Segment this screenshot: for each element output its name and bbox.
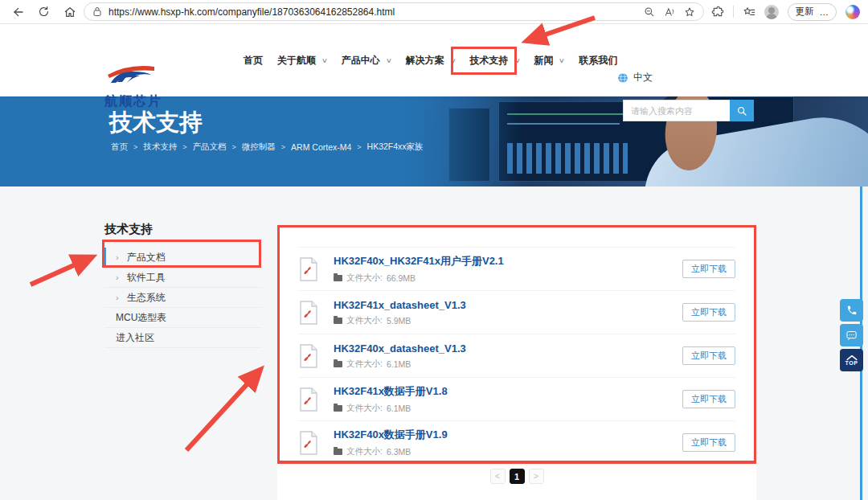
chevron-down-icon: ∨ bbox=[321, 57, 328, 64]
read-aloud-icon[interactable] bbox=[664, 6, 675, 18]
file-size-label: 文件大小: bbox=[346, 446, 383, 457]
pagination-prev[interactable]: < bbox=[490, 469, 506, 484]
refresh-icon[interactable] bbox=[38, 6, 50, 18]
file-size-value: 6.3MB bbox=[387, 447, 411, 457]
download-button[interactable]: 立即下载 bbox=[682, 260, 735, 278]
sidebar-item-community[interactable]: 进入社区 bbox=[104, 328, 262, 348]
chevron-down-icon: ∨ bbox=[514, 57, 520, 64]
file-title-link[interactable]: HK32F40x数据手册V1.9 bbox=[334, 428, 682, 442]
search-bar bbox=[623, 100, 754, 121]
phone-icon bbox=[846, 305, 858, 316]
chevron-down-icon: ∨ bbox=[450, 57, 457, 64]
sidebar-item-ecosystem[interactable]: › 生态系统 bbox=[104, 288, 262, 308]
top-label: TOP bbox=[845, 360, 858, 366]
file-meta: 文件大小: 66.9MB bbox=[334, 273, 682, 284]
file-size-label: 文件大小: bbox=[346, 273, 383, 284]
breadcrumb-cortex[interactable]: ARM Cortex-M4 bbox=[291, 142, 351, 152]
search-icon bbox=[736, 105, 747, 117]
sidebar-item-software-tools[interactable]: › 软件工具 bbox=[104, 268, 262, 288]
folder-icon bbox=[334, 318, 342, 324]
sidebar-item-label: 软件工具 bbox=[127, 271, 166, 285]
sidebar-title: 技术支持 bbox=[104, 222, 262, 237]
pdf-icon bbox=[298, 387, 319, 412]
download-button[interactable]: 立即下载 bbox=[682, 346, 735, 365]
folder-icon bbox=[334, 449, 342, 455]
download-button[interactable]: 立即下载 bbox=[682, 390, 735, 408]
search-input[interactable] bbox=[623, 100, 730, 121]
phone-button[interactable] bbox=[840, 299, 863, 322]
nav-home[interactable]: 首页 bbox=[244, 54, 263, 68]
site-logo[interactable]: 航顺芯片 bbox=[104, 65, 162, 110]
pdf-icon bbox=[298, 344, 319, 368]
file-title-link[interactable]: HK32F41x_datasheet_V1.3 bbox=[334, 299, 682, 311]
breadcrumb-separator: > bbox=[281, 143, 285, 151]
chat-button[interactable] bbox=[840, 324, 863, 346]
file-meta: 文件大小: 5.9MB bbox=[334, 315, 682, 326]
pdf-icon bbox=[298, 301, 319, 325]
update-button[interactable]: 更新 … bbox=[788, 3, 837, 21]
breadcrumb-support[interactable]: 技术支持 bbox=[143, 141, 177, 153]
logo-text: 航顺芯片 bbox=[104, 93, 162, 110]
profile-avatar[interactable] bbox=[764, 5, 779, 19]
language-label: 中文 bbox=[633, 71, 653, 84]
file-row: HK32F40x_HK32F41x用户手册V2.1 文件大小: 66.9MB 立… bbox=[298, 247, 735, 290]
download-button[interactable]: 立即下载 bbox=[682, 303, 735, 322]
breadcrumb: 首页 > 技术支持 > 产品文档 > 微控制器 > ARM Cortex-M4 … bbox=[111, 141, 424, 153]
language-switch[interactable]: 中文 bbox=[617, 71, 653, 84]
url-text: https://www.hsxp-hk.com/companyfile/1870… bbox=[108, 6, 637, 18]
file-row: HK32F40x数据手册V1.9 文件大小: 6.3MB 立即下载 bbox=[298, 420, 735, 464]
home-icon[interactable] bbox=[63, 6, 76, 18]
chevron-right-icon: › bbox=[116, 273, 119, 282]
breadcrumb-docs[interactable]: 产品文档 bbox=[193, 141, 227, 153]
divider bbox=[733, 6, 734, 18]
chevron-right-icon: › bbox=[116, 293, 119, 302]
chat-icon bbox=[845, 330, 858, 342]
pagination: < 1 > bbox=[277, 469, 756, 484]
nav-products[interactable]: 产品中心∨ bbox=[342, 54, 391, 68]
back-to-top-button[interactable]: TOP bbox=[840, 349, 863, 371]
file-title-link[interactable]: HK32F40x_datasheet_V1.3 bbox=[334, 342, 682, 355]
chevron-down-icon: ∨ bbox=[386, 57, 392, 64]
logo-mark bbox=[104, 65, 158, 89]
download-button[interactable]: 立即下载 bbox=[682, 433, 735, 452]
sidebar: 技术支持 › 产品文档 › 软件工具 › 生态系统 MCU选型表 进入社区 bbox=[104, 222, 262, 348]
file-size-value: 5.9MB bbox=[387, 316, 411, 326]
search-button[interactable] bbox=[730, 100, 754, 121]
file-title-link[interactable]: HK32F40x_HK32F41x用户手册V2.1 bbox=[334, 254, 682, 268]
sidebar-item-label: 产品文档 bbox=[127, 251, 166, 264]
file-size-value: 6.1MB bbox=[387, 359, 411, 369]
more-menu-icon[interactable]: … bbox=[820, 7, 829, 17]
file-meta: 文件大小: 6.1MB bbox=[334, 403, 682, 414]
globe-icon bbox=[617, 72, 628, 84]
favorites-hub-icon[interactable] bbox=[743, 6, 755, 18]
pagination-next[interactable]: > bbox=[529, 469, 544, 484]
pagination-page-1[interactable]: 1 bbox=[510, 469, 525, 484]
sidebar-item-label: MCU选型表 bbox=[116, 311, 166, 325]
extensions-icon[interactable] bbox=[711, 6, 724, 18]
breadcrumb-home[interactable]: 首页 bbox=[111, 141, 128, 153]
pdf-icon bbox=[298, 257, 319, 281]
browser-chrome: https://www.hsxp-hk.com/companyfile/1870… bbox=[0, 0, 868, 24]
copilot-icon[interactable] bbox=[845, 5, 860, 19]
update-label: 更新 bbox=[796, 6, 814, 18]
sidebar-item-label: 进入社区 bbox=[116, 331, 154, 345]
page-title: 技术支持 bbox=[109, 107, 203, 139]
back-icon[interactable] bbox=[11, 6, 24, 18]
breadcrumb-mcu[interactable]: 微控制器 bbox=[242, 141, 276, 153]
breadcrumb-family[interactable]: HK32F4xx家族 bbox=[367, 141, 424, 153]
nav-news[interactable]: 新闻∨ bbox=[534, 54, 564, 68]
sidebar-item-mcu-selector[interactable]: MCU选型表 bbox=[104, 308, 262, 328]
nav-about[interactable]: 关于航顺∨ bbox=[277, 54, 327, 68]
nav-support[interactable]: 技术支持∨ bbox=[470, 54, 520, 68]
address-bar[interactable]: https://www.hsxp-hk.com/companyfile/1870… bbox=[84, 2, 704, 21]
site-info-lock-icon[interactable] bbox=[92, 6, 102, 17]
file-title-link[interactable]: HK32F41x数据手册V1.8 bbox=[334, 384, 682, 399]
nav-solutions[interactable]: 解决方案∨ bbox=[406, 54, 456, 68]
sidebar-item-product-docs[interactable]: › 产品文档 bbox=[104, 248, 262, 268]
favorite-star-icon[interactable] bbox=[684, 6, 695, 18]
nav-contact[interactable]: 联系我们 bbox=[579, 54, 617, 68]
zoom-out-icon[interactable] bbox=[644, 6, 655, 18]
chevron-right-icon: › bbox=[116, 252, 119, 262]
file-row: HK32F41x_datasheet_V1.3 文件大小: 5.9MB 立即下载 bbox=[298, 290, 735, 334]
file-size-value: 6.1MB bbox=[387, 404, 411, 413]
